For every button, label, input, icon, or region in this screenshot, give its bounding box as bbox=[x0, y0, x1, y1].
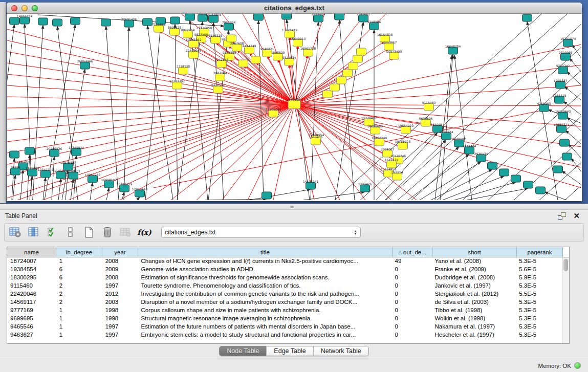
divider-grip-icon[interactable] bbox=[290, 206, 294, 208]
graph-node[interactable] bbox=[360, 185, 370, 192]
function-builder-icon[interactable]: f(x) bbox=[138, 226, 151, 239]
table-body[interactable]: 1872400712008Changes of HCN gene express… bbox=[7, 257, 562, 343]
graph-node[interactable] bbox=[555, 96, 564, 103]
column-select-icon[interactable] bbox=[27, 226, 40, 239]
tab-edge-table[interactable]: Edge Table bbox=[267, 346, 313, 356]
graph-node[interactable] bbox=[189, 51, 199, 58]
graph-node[interactable] bbox=[343, 70, 353, 77]
graph-node[interactable] bbox=[337, 77, 346, 84]
graph-node[interactable] bbox=[211, 36, 221, 43]
graph-node[interactable] bbox=[53, 19, 62, 26]
graph-node[interactable] bbox=[135, 190, 145, 197]
graph-node[interactable] bbox=[557, 125, 567, 133]
graph-node[interactable] bbox=[143, 18, 153, 26]
graph-node[interactable] bbox=[251, 56, 261, 63]
tab-node-table[interactable]: Node Table bbox=[220, 346, 267, 356]
graph-node[interactable] bbox=[41, 170, 51, 178]
graph-node[interactable] bbox=[227, 35, 236, 42]
graph-node[interactable] bbox=[369, 23, 379, 30]
graph-node[interactable] bbox=[101, 19, 111, 26]
graph-node[interactable] bbox=[306, 182, 316, 189]
table-row[interactable]: 977716911998Corpus callosum shape and si… bbox=[7, 307, 562, 315]
window-titlebar[interactable]: citations_edges.txt bbox=[7, 3, 582, 14]
graph-node[interactable] bbox=[28, 169, 37, 176]
graph-node[interactable] bbox=[172, 82, 182, 89]
graph-node[interactable] bbox=[71, 17, 80, 25]
graph-node[interactable] bbox=[56, 171, 66, 179]
graph-node[interactable] bbox=[293, 39, 303, 47]
graph-node[interactable] bbox=[154, 25, 164, 32]
graph-node[interactable] bbox=[282, 14, 292, 19]
graph-node[interactable] bbox=[72, 148, 81, 156]
graph-node[interactable] bbox=[285, 58, 294, 65]
graph-node[interactable] bbox=[288, 100, 300, 109]
graph-node[interactable] bbox=[357, 48, 366, 55]
table-row[interactable]: 1830029562008Estimation of significance … bbox=[7, 274, 562, 282]
graph-node[interactable] bbox=[556, 81, 565, 89]
graph-node[interactable] bbox=[558, 67, 568, 74]
graph-node[interactable] bbox=[401, 126, 411, 134]
graph-node[interactable] bbox=[562, 153, 572, 160]
table-scrollbar[interactable] bbox=[562, 257, 569, 343]
close-panel-icon[interactable]: ✕ bbox=[573, 212, 580, 220]
graph-node[interactable] bbox=[323, 91, 333, 98]
graph-node[interactable] bbox=[389, 52, 399, 59]
delete-table-icon[interactable] bbox=[101, 226, 114, 239]
graph-node[interactable] bbox=[558, 112, 568, 119]
table-row[interactable]: 1456911722003Disruption of a novel membe… bbox=[7, 298, 562, 307]
network-canvas[interactable]: 1405572420691406160538097957224881305426… bbox=[7, 14, 581, 200]
graph-node[interactable] bbox=[375, 139, 384, 146]
graph-node[interactable] bbox=[245, 47, 254, 54]
column-header-year[interactable]: year bbox=[102, 247, 138, 257]
graph-node[interactable] bbox=[273, 53, 283, 60]
graph-node[interactable] bbox=[335, 14, 344, 20]
graph-node[interactable] bbox=[104, 181, 114, 188]
graph-node[interactable] bbox=[539, 104, 549, 112]
graph-node[interactable] bbox=[254, 14, 264, 20]
graph-node[interactable] bbox=[170, 17, 180, 24]
graph-node[interactable] bbox=[189, 40, 199, 48]
graph-node[interactable] bbox=[561, 53, 571, 60]
graph-node[interactable] bbox=[217, 60, 227, 68]
graph-node[interactable] bbox=[384, 43, 394, 50]
column-header-indegree[interactable]: in_degree bbox=[56, 247, 102, 257]
graph-node[interactable] bbox=[10, 151, 19, 158]
table-row[interactable]: 911546021997Tourette syndrome. Phenomeno… bbox=[7, 282, 562, 290]
tab-network-table[interactable]: Network Table bbox=[314, 346, 368, 356]
graph-node[interactable] bbox=[11, 168, 20, 175]
graph-node[interactable] bbox=[524, 181, 533, 188]
select-all-check-icon[interactable] bbox=[46, 226, 59, 239]
graph-node[interactable] bbox=[421, 119, 431, 126]
column-header-short[interactable]: short bbox=[432, 247, 517, 257]
graph-node[interactable] bbox=[269, 110, 278, 117]
graph-node[interactable] bbox=[522, 14, 532, 21]
graph-node[interactable] bbox=[88, 176, 98, 183]
graph-node[interactable] bbox=[424, 103, 434, 111]
column-header-outde[interactable]: △out_de... bbox=[393, 247, 432, 257]
float-panel-icon[interactable] bbox=[558, 212, 566, 220]
graph-node[interactable] bbox=[179, 67, 188, 74]
network-graph[interactable]: 1405572420691406160538097957224881305426… bbox=[7, 14, 581, 200]
graph-node[interactable] bbox=[185, 14, 195, 20]
new-file-icon[interactable] bbox=[82, 226, 96, 239]
graph-node[interactable] bbox=[398, 142, 408, 149]
graph-node[interactable] bbox=[20, 17, 30, 24]
graph-node[interactable] bbox=[183, 31, 193, 38]
column-header-pagerank[interactable]: pagerank bbox=[517, 247, 563, 257]
graph-node[interactable] bbox=[488, 162, 497, 169]
table-row[interactable]: 969969511998Structural magnetic resonanc… bbox=[7, 315, 562, 323]
table-row[interactable]: 1938455462009Genome-wide association stu… bbox=[7, 266, 562, 274]
graph-node[interactable] bbox=[560, 139, 570, 146]
graph-node[interactable] bbox=[232, 44, 242, 51]
memory-ok-icon[interactable] bbox=[574, 362, 581, 369]
graph-node[interactable] bbox=[465, 147, 474, 154]
graph-node[interactable] bbox=[238, 60, 248, 67]
row-height-icon[interactable] bbox=[64, 226, 77, 239]
graph-node[interactable] bbox=[69, 172, 78, 179]
graph-node[interactable] bbox=[511, 175, 521, 182]
graph-node[interactable] bbox=[387, 161, 397, 168]
graph-node[interactable] bbox=[10, 17, 19, 25]
graph-node[interactable] bbox=[215, 74, 225, 81]
scrollbar-thumb[interactable] bbox=[563, 259, 568, 271]
graph-node[interactable] bbox=[170, 28, 180, 35]
